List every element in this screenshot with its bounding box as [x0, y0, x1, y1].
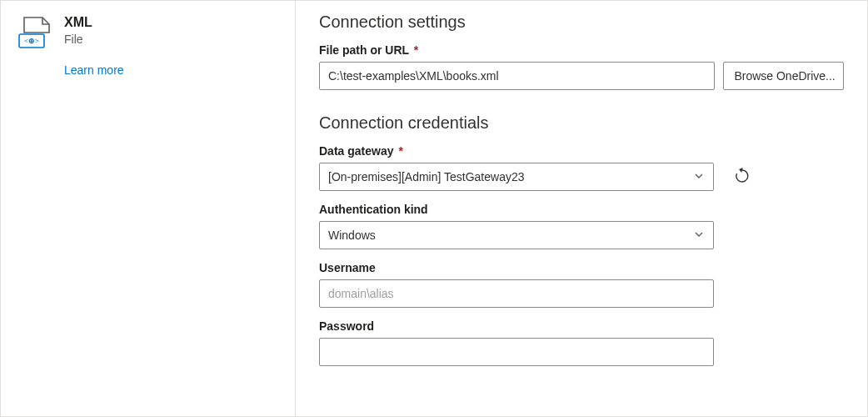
filepath-label: File path or URL * — [319, 43, 844, 57]
auth-kind-select[interactable]: Windows — [319, 221, 714, 249]
browse-onedrive-button[interactable]: Browse OneDrive... — [723, 62, 844, 90]
connection-credentials-heading: Connection credentials — [319, 113, 844, 133]
gateway-select-value: [On-premises][Admin] TestGateway23 — [328, 170, 693, 183]
connector-title: XML — [64, 14, 92, 32]
connector-titles: XML File — [64, 14, 92, 48]
refresh-icon — [734, 168, 751, 187]
auth-kind-field: Authentication kind Windows — [319, 203, 844, 249]
required-asterisk: * — [414, 43, 418, 57]
filepath-input[interactable] — [319, 62, 715, 90]
auth-kind-select-value: Windows — [328, 229, 693, 242]
filepath-field: File path or URL * Browse OneDrive... — [319, 43, 844, 90]
gateway-field: Data gateway * [On-premises][Admin] Test… — [319, 144, 844, 191]
password-field: Password — [319, 319, 844, 366]
gateway-select[interactable]: [On-premises][Admin] TestGateway23 — [319, 163, 714, 191]
learn-more-link[interactable]: Learn more — [64, 63, 124, 77]
connection-settings-heading: Connection settings — [319, 13, 844, 32]
chevron-down-icon — [693, 170, 705, 184]
main-panel: Connection settings File path or URL * B… — [296, 1, 867, 416]
auth-kind-label: Authentication kind — [319, 203, 844, 216]
connector-subtitle: File — [64, 32, 92, 48]
xml-file-icon: <⊕> — [17, 16, 54, 52]
username-field: Username — [319, 261, 844, 308]
password-label: Password — [319, 319, 844, 333]
username-input[interactable] — [319, 279, 714, 308]
refresh-gateway-button[interactable] — [729, 163, 756, 190]
chevron-down-icon — [693, 229, 705, 243]
required-asterisk: * — [398, 144, 402, 158]
password-input[interactable] — [319, 338, 714, 366]
connector-header: <⊕> XML File — [17, 14, 278, 52]
sidebar: <⊕> XML File Learn more — [1, 1, 296, 416]
gateway-label: Data gateway * — [319, 144, 844, 158]
username-label: Username — [319, 261, 844, 274]
svg-text:<⊕>: <⊕> — [24, 37, 39, 45]
